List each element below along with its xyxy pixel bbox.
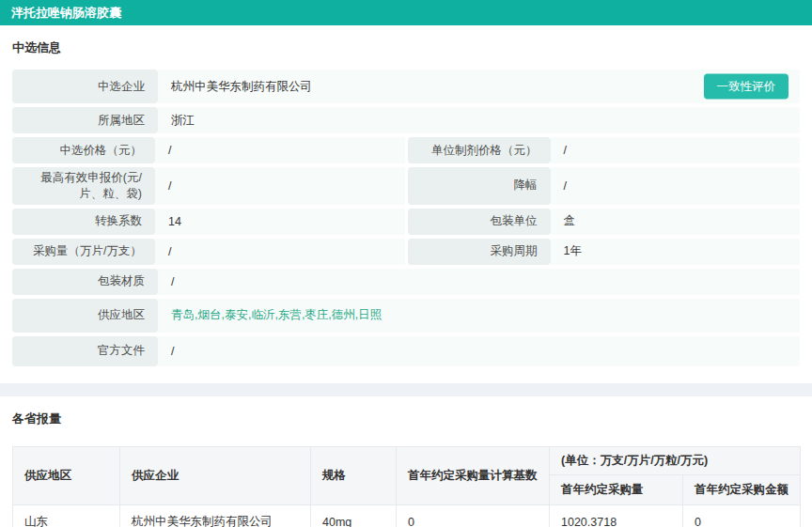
table-row: 山东 杭州中美华东制药有限公司 40mg 0 1020.3718 0	[13, 504, 801, 527]
row-selected-company: 中选企业 杭州中美华东制药有限公司 一致性评价	[12, 70, 800, 103]
region-value: 浙江	[158, 107, 800, 133]
region-label: 所属地区	[12, 107, 158, 133]
selected-company-label: 中选企业	[12, 70, 158, 103]
consistency-eval-button[interactable]: 一致性评价	[704, 74, 789, 100]
selected-price-pair: 中选价格（元） /	[12, 137, 405, 163]
supply-region-value: 青岛,烟台,泰安,临沂,东营,枣庄,德州,日照	[158, 299, 800, 333]
row-max-bid: 最高有效申报价(元/片、粒、袋) / 降幅 /	[12, 167, 800, 205]
col-header-unit: (单位：万支/万片/万粒/万元)	[550, 446, 801, 474]
row-supply-region: 供应地区 青岛,烟台,泰安,临沂,东营,枣庄,德州,日照	[12, 299, 800, 333]
max-bid-pair: 最高有效申报价(元/片、粒、袋) /	[12, 167, 405, 205]
row-region: 所属地区 浙江	[12, 107, 800, 133]
max-bid-value: /	[155, 167, 405, 205]
conversion-label: 转换系数	[12, 209, 155, 235]
row-purchase-volume: 采购量（万片/万支） / 采购周期 1年	[12, 239, 800, 265]
purchase-cycle-label: 采购周期	[408, 239, 551, 265]
unit-price-value: /	[551, 137, 801, 163]
unit-price-pair: 单位制剂价格（元） /	[408, 137, 801, 163]
provincial-quantity-table: 供应地区 供应企业 规格 首年约定采购量计算基数 (单位：万支/万片/万粒/万元…	[12, 446, 801, 527]
selected-price-value: /	[155, 137, 405, 163]
supply-region-label: 供应地区	[12, 299, 158, 333]
price-drop-label: 降幅	[408, 167, 551, 205]
col-header-agreed-amount: 首年约定采购金额	[683, 474, 801, 504]
cell-amount: 0	[683, 504, 801, 527]
price-drop-pair: 降幅 /	[408, 167, 801, 205]
row-official-doc: 官方文件 /	[12, 336, 800, 366]
official-doc-value: /	[158, 336, 800, 366]
row-package-material: 包装材质 /	[12, 269, 800, 295]
purchase-volume-value: /	[155, 239, 405, 265]
purchase-volume-label: 采购量（万片/万支）	[12, 239, 155, 265]
conversion-value: 14	[155, 209, 405, 235]
package-unit-pair: 包装单位 盒	[408, 209, 801, 235]
info-section-title: 中选信息	[0, 25, 812, 70]
col-header-spec: 规格	[311, 446, 397, 504]
selected-company-text: 杭州中美华东制药有限公司	[171, 79, 312, 95]
cell-region: 山东	[13, 504, 120, 527]
package-material-label: 包装材质	[12, 269, 158, 295]
col-header-supply-company: 供应企业	[120, 446, 311, 504]
col-header-agreed-volume: 首年约定采购量	[550, 474, 683, 504]
row-conversion: 转换系数 14 包装单位 盒	[12, 209, 800, 235]
row-price: 中选价格（元） / 单位制剂价格（元） /	[12, 137, 800, 163]
selected-price-label: 中选价格（元）	[12, 137, 155, 163]
official-doc-label: 官方文件	[12, 336, 158, 366]
cell-base: 0	[397, 504, 550, 527]
col-header-supply-region: 供应地区	[13, 446, 120, 504]
unit-price-label: 单位制剂价格（元）	[408, 137, 551, 163]
quantity-section-title: 各省报量	[0, 396, 812, 441]
purchase-cycle-value: 1年	[551, 239, 801, 265]
purchase-cycle-pair: 采购周期 1年	[408, 239, 801, 265]
cell-volume: 1020.3718	[550, 504, 683, 527]
drug-title-bar: 泮托拉唑钠肠溶胶囊	[0, 0, 812, 25]
max-bid-label: 最高有效申报价(元/片、粒、袋)	[12, 167, 155, 205]
package-unit-value: 盒	[551, 209, 801, 235]
provincial-quantity-card: 各省报量 供应地区 供应企业 规格 首年约定采购量计算基数 (单位：万支/万片/…	[0, 396, 812, 527]
package-material-value: /	[158, 269, 800, 295]
selected-company-value: 杭州中美华东制药有限公司 一致性评价	[158, 70, 800, 103]
price-drop-value: /	[551, 167, 801, 205]
cell-company: 杭州中美华东制药有限公司	[120, 504, 311, 527]
selection-info-card: 泮托拉唑钠肠溶胶囊 中选信息 中选企业 杭州中美华东制药有限公司 一致性评价 所…	[0, 0, 812, 383]
conversion-pair: 转换系数 14	[12, 209, 405, 235]
purchase-volume-pair: 采购量（万片/万支） /	[12, 239, 405, 265]
package-unit-label: 包装单位	[408, 209, 551, 235]
col-header-base-quantity: 首年约定采购量计算基数	[397, 446, 550, 504]
info-form: 中选企业 杭州中美华东制药有限公司 一致性评价 所属地区 浙江 中选价格（元） …	[12, 70, 800, 366]
cell-spec: 40mg	[311, 504, 397, 527]
drug-name: 泮托拉唑钠肠溶胶囊	[11, 5, 121, 22]
